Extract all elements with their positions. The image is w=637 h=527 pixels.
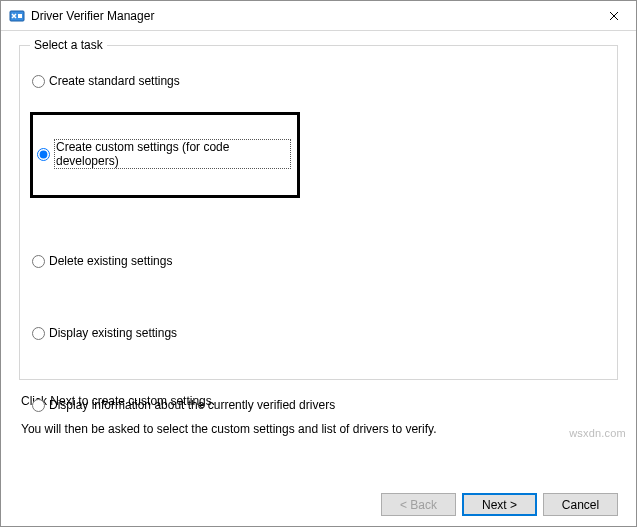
radio-standard-input[interactable] [32,75,45,88]
highlight-box: Create custom settings (for code develop… [30,112,300,198]
driver-verifier-window: Driver Verifier Manager Select a task Cr… [0,0,637,527]
close-button[interactable] [591,1,636,30]
app-icon [9,8,25,24]
radio-info[interactable]: Display information about the currently … [30,396,607,414]
radio-delete-input[interactable] [32,255,45,268]
radio-display-input[interactable] [32,327,45,340]
radio-info-label[interactable]: Display information about the currently … [49,398,335,412]
content-area: Select a task Create standard settings C… [1,31,636,485]
window-title: Driver Verifier Manager [31,9,591,23]
next-button[interactable]: Next > [462,493,537,516]
radio-custom-input[interactable] [37,148,50,161]
radio-standard-label[interactable]: Create standard settings [49,74,180,88]
hint-line2: You will then be asked to select the cus… [21,422,618,436]
radio-info-input[interactable] [32,399,45,412]
radio-display[interactable]: Display existing settings [30,324,607,342]
radio-delete-label[interactable]: Delete existing settings [49,254,172,268]
watermark: wsxdn.com [569,427,626,439]
svg-rect-1 [18,14,22,18]
radio-custom-label[interactable]: Create custom settings (for code develop… [54,139,291,169]
cancel-button[interactable]: Cancel [543,493,618,516]
radio-custom[interactable]: Create custom settings (for code develop… [35,137,291,171]
close-icon [609,11,619,21]
task-fieldset: Select a task Create standard settings C… [19,45,618,380]
fieldset-legend: Select a task [30,38,107,52]
radio-display-label[interactable]: Display existing settings [49,326,177,340]
radio-delete[interactable]: Delete existing settings [30,252,607,270]
back-button: < Back [381,493,456,516]
radio-standard[interactable]: Create standard settings [30,72,607,90]
titlebar: Driver Verifier Manager [1,1,636,31]
button-bar: < Back Next > Cancel [1,485,636,526]
